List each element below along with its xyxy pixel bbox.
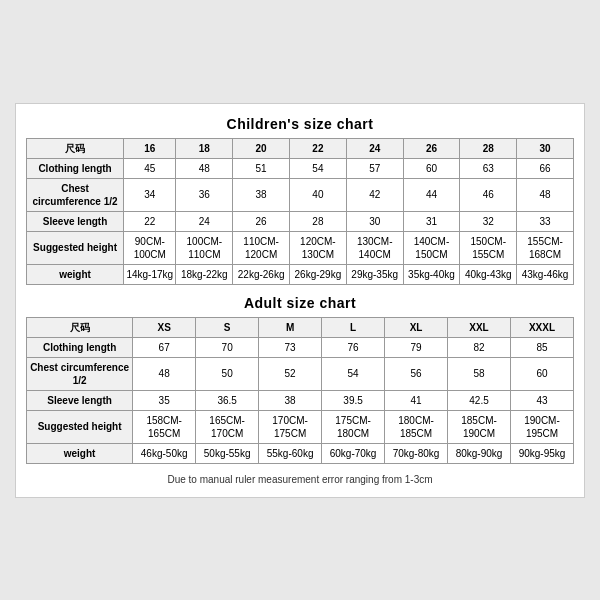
cell-value: 46kg-50kg — [133, 443, 196, 463]
cell-value: 60 — [403, 158, 460, 178]
cell-value: 43 — [511, 390, 574, 410]
cell-value: 42.5 — [448, 390, 511, 410]
column-header: 28 — [460, 138, 517, 158]
cell-value: 63 — [460, 158, 517, 178]
cell-value: 24 — [176, 211, 233, 231]
cell-value: 170CM-175CM — [259, 410, 322, 443]
column-header: 24 — [346, 138, 403, 158]
cell-value: 54 — [290, 158, 347, 178]
table-row: Chest circumference 1/248505254565860 — [27, 357, 574, 390]
cell-value: 14kg-17kg — [124, 264, 176, 284]
row-label: Clothing length — [27, 158, 124, 178]
cell-value: 42 — [346, 178, 403, 211]
cell-value: 60kg-70kg — [322, 443, 385, 463]
row-label: Sleeve length — [27, 390, 133, 410]
column-header: 30 — [517, 138, 574, 158]
cell-value: 40kg-43kg — [460, 264, 517, 284]
table-row: weight14kg-17kg18kg-22kg22kg-26kg26kg-29… — [27, 264, 574, 284]
cell-value: 185CM-190CM — [448, 410, 511, 443]
cell-value: 31 — [403, 211, 460, 231]
cell-value: 79 — [385, 337, 448, 357]
cell-value: 33 — [517, 211, 574, 231]
cell-value: 45 — [124, 158, 176, 178]
table-row: Suggested height158CM-165CM165CM-170CM17… — [27, 410, 574, 443]
cell-value: 50kg-55kg — [196, 443, 259, 463]
cell-value: 155CM-168CM — [517, 231, 574, 264]
table-row: Sleeve length3536.53839.54142.543 — [27, 390, 574, 410]
cell-value: 22kg-26kg — [233, 264, 290, 284]
column-header: 尺码 — [27, 138, 124, 158]
cell-value: 54 — [322, 357, 385, 390]
row-label: Clothing length — [27, 337, 133, 357]
cell-value: 180CM-185CM — [385, 410, 448, 443]
cell-value: 100CM-110CM — [176, 231, 233, 264]
column-header: 18 — [176, 138, 233, 158]
cell-value: 110CM-120CM — [233, 231, 290, 264]
cell-value: 36 — [176, 178, 233, 211]
cell-value: 35kg-40kg — [403, 264, 460, 284]
cell-value: 30 — [346, 211, 403, 231]
cell-value: 48 — [176, 158, 233, 178]
cell-value: 36.5 — [196, 390, 259, 410]
cell-value: 18kg-22kg — [176, 264, 233, 284]
row-label: weight — [27, 443, 133, 463]
cell-value: 66 — [517, 158, 574, 178]
cell-value: 76 — [322, 337, 385, 357]
table-row: Suggested height90CM-100CM100CM-110CM110… — [27, 231, 574, 264]
cell-value: 70 — [196, 337, 259, 357]
column-header: L — [322, 317, 385, 337]
table-row: Sleeve length2224262830313233 — [27, 211, 574, 231]
cell-value: 26kg-29kg — [290, 264, 347, 284]
cell-value: 39.5 — [322, 390, 385, 410]
cell-value: 82 — [448, 337, 511, 357]
column-header: XL — [385, 317, 448, 337]
footer-note: Due to manual ruler measurement error ra… — [26, 474, 574, 485]
cell-value: 46 — [460, 178, 517, 211]
cell-value: 130CM-140CM — [346, 231, 403, 264]
cell-value: 26 — [233, 211, 290, 231]
cell-value: 34 — [124, 178, 176, 211]
cell-value: 56 — [385, 357, 448, 390]
row-label: Chest circumference 1/2 — [27, 178, 124, 211]
cell-value: 67 — [133, 337, 196, 357]
cell-value: 165CM-170CM — [196, 410, 259, 443]
cell-value: 140CM-150CM — [403, 231, 460, 264]
cell-value: 190CM-195CM — [511, 410, 574, 443]
row-label: Suggested height — [27, 231, 124, 264]
cell-value: 52 — [259, 357, 322, 390]
cell-value: 32 — [460, 211, 517, 231]
column-header: M — [259, 317, 322, 337]
cell-value: 73 — [259, 337, 322, 357]
column-header: 26 — [403, 138, 460, 158]
cell-value: 70kg-80kg — [385, 443, 448, 463]
table-row: Chest circumference 1/23436384042444648 — [27, 178, 574, 211]
cell-value: 55kg-60kg — [259, 443, 322, 463]
adult-chart-title: Adult size chart — [26, 295, 574, 311]
cell-value: 51 — [233, 158, 290, 178]
children-chart-title: Children's size chart — [26, 116, 574, 132]
cell-value: 38 — [259, 390, 322, 410]
cell-value: 80kg-90kg — [448, 443, 511, 463]
cell-value: 48 — [133, 357, 196, 390]
cell-value: 50 — [196, 357, 259, 390]
cell-value: 120CM-130CM — [290, 231, 347, 264]
cell-value: 44 — [403, 178, 460, 211]
table-row: weight46kg-50kg50kg-55kg55kg-60kg60kg-70… — [27, 443, 574, 463]
cell-value: 60 — [511, 357, 574, 390]
cell-value: 29kg-35kg — [346, 264, 403, 284]
row-label: Sleeve length — [27, 211, 124, 231]
cell-value: 43kg-46kg — [517, 264, 574, 284]
cell-value: 40 — [290, 178, 347, 211]
cell-value: 175CM-180CM — [322, 410, 385, 443]
children-size-table: 尺码1618202224262830 Clothing length454851… — [26, 138, 574, 285]
adult-size-table: 尺码XSSMLXLXXLXXXL Clothing length67707376… — [26, 317, 574, 464]
table-row: Clothing length4548515457606366 — [27, 158, 574, 178]
column-header: XXXL — [511, 317, 574, 337]
column-header: XXL — [448, 317, 511, 337]
row-label: weight — [27, 264, 124, 284]
cell-value: 38 — [233, 178, 290, 211]
column-header: XS — [133, 317, 196, 337]
cell-value: 150CM-155CM — [460, 231, 517, 264]
row-label: Chest circumference 1/2 — [27, 357, 133, 390]
cell-value: 28 — [290, 211, 347, 231]
